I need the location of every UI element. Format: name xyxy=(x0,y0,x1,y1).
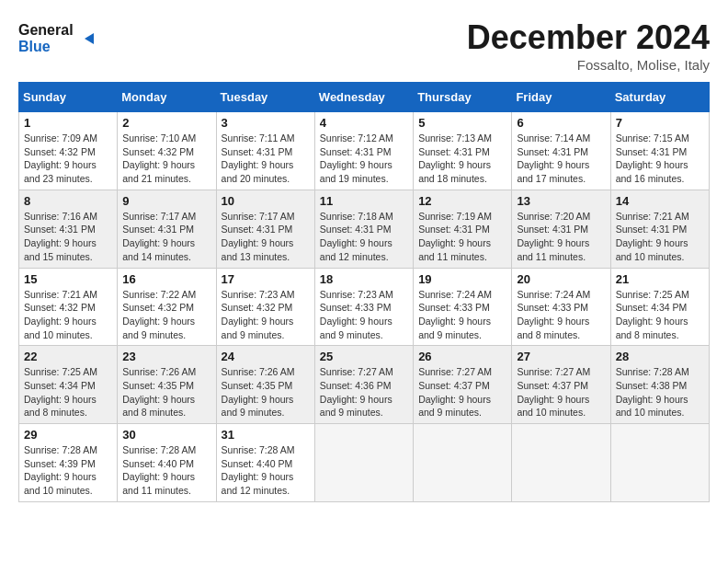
sunset-label: Sunset: 4:40 PM xyxy=(122,458,194,469)
sunset-label: Sunset: 4:31 PM xyxy=(517,224,588,235)
day-number: 25 xyxy=(320,350,408,363)
daylight-label: Daylight: 9 hours and 9 minutes. xyxy=(122,316,195,340)
daylight-label: Daylight: 9 hours and 10 minutes. xyxy=(24,316,97,340)
calendar-day-header-tuesday: Tuesday xyxy=(216,83,314,112)
calendar-cell xyxy=(314,424,413,502)
calendar-cell: 13 Sunrise: 7:20 AM Sunset: 4:31 PM Dayl… xyxy=(512,190,610,268)
calendar-cell xyxy=(414,424,512,502)
sunset-label: Sunset: 4:38 PM xyxy=(616,380,688,391)
sunset-label: Sunset: 4:35 PM xyxy=(122,380,194,391)
day-info: Sunrise: 7:27 AM Sunset: 4:37 PM Dayligh… xyxy=(517,365,605,419)
calendar-cell: 7 Sunrise: 7:15 AM Sunset: 4:31 PM Dayli… xyxy=(610,112,709,190)
calendar-day-header-thursday: Thursday xyxy=(414,83,512,112)
day-info: Sunrise: 7:20 AM Sunset: 4:31 PM Dayligh… xyxy=(517,210,605,264)
day-number: 31 xyxy=(222,428,310,442)
day-number: 14 xyxy=(616,194,704,208)
day-number: 6 xyxy=(517,116,605,130)
day-number: 23 xyxy=(122,350,210,363)
day-number: 5 xyxy=(418,116,506,130)
calendar-cell: 22 Sunrise: 7:25 AM Sunset: 4:34 PM Dayl… xyxy=(19,346,118,424)
calendar-cell: 2 Sunrise: 7:10 AM Sunset: 4:32 PM Dayli… xyxy=(118,112,216,190)
sunrise-label: Sunrise: 7:27 AM xyxy=(418,366,492,377)
calendar-cell: 9 Sunrise: 7:17 AM Sunset: 4:31 PM Dayli… xyxy=(118,190,216,268)
day-info: Sunrise: 7:24 AM Sunset: 4:33 PM Dayligh… xyxy=(418,288,506,342)
daylight-label: Daylight: 9 hours and 11 minutes. xyxy=(122,471,195,496)
calendar-cell: 27 Sunrise: 7:27 AM Sunset: 4:37 PM Dayl… xyxy=(512,346,610,424)
calendar-cell: 3 Sunrise: 7:11 AM Sunset: 4:31 PM Dayli… xyxy=(216,112,314,190)
svg-text:Blue: Blue xyxy=(18,39,51,54)
daylight-label: Daylight: 9 hours and 10 minutes. xyxy=(616,394,688,419)
logo: General Blue xyxy=(18,18,101,55)
sunrise-label: Sunrise: 7:11 AM xyxy=(222,132,295,144)
day-number: 17 xyxy=(222,272,310,286)
calendar-week-row: 15 Sunrise: 7:21 AM Sunset: 4:32 PM Dayl… xyxy=(19,268,710,346)
daylight-label: Daylight: 9 hours and 14 minutes. xyxy=(122,237,195,262)
daylight-label: Daylight: 9 hours and 16 minutes. xyxy=(616,159,688,184)
day-info: Sunrise: 7:11 AM Sunset: 4:31 PM Dayligh… xyxy=(222,132,310,186)
sunset-label: Sunset: 4:31 PM xyxy=(418,224,490,235)
day-number: 15 xyxy=(24,272,112,286)
daylight-label: Daylight: 9 hours and 8 minutes. xyxy=(517,316,589,340)
day-info: Sunrise: 7:25 AM Sunset: 4:34 PM Dayligh… xyxy=(616,288,704,342)
day-number: 4 xyxy=(320,116,408,130)
sunrise-label: Sunrise: 7:13 AM xyxy=(418,132,492,144)
day-number: 20 xyxy=(517,272,605,286)
day-number: 7 xyxy=(616,116,704,130)
day-info: Sunrise: 7:27 AM Sunset: 4:36 PM Dayligh… xyxy=(320,365,408,419)
sunrise-label: Sunrise: 7:12 AM xyxy=(320,132,393,144)
sunset-label: Sunset: 4:31 PM xyxy=(418,146,490,157)
day-number: 27 xyxy=(517,350,605,363)
day-number: 28 xyxy=(616,350,704,363)
sunrise-label: Sunrise: 7:21 AM xyxy=(616,211,689,222)
sunset-label: Sunset: 4:37 PM xyxy=(418,380,490,391)
sunrise-label: Sunrise: 7:26 AM xyxy=(122,366,196,377)
day-number: 11 xyxy=(320,194,408,208)
daylight-label: Daylight: 9 hours and 10 minutes. xyxy=(517,394,589,419)
daylight-label: Daylight: 9 hours and 9 minutes. xyxy=(320,316,392,340)
day-number: 10 xyxy=(222,194,310,208)
calendar-cell: 14 Sunrise: 7:21 AM Sunset: 4:31 PM Dayl… xyxy=(610,190,709,268)
calendar-cell: 1 Sunrise: 7:09 AM Sunset: 4:32 PM Dayli… xyxy=(19,112,118,190)
sunrise-label: Sunrise: 7:14 AM xyxy=(517,132,590,144)
sunset-label: Sunset: 4:33 PM xyxy=(320,302,392,313)
sunset-label: Sunset: 4:34 PM xyxy=(616,302,688,313)
daylight-label: Daylight: 9 hours and 13 minutes. xyxy=(222,237,294,262)
sunset-label: Sunset: 4:34 PM xyxy=(24,380,96,391)
page-header: General Blue December 2024 Fossalto, Mol… xyxy=(18,18,710,73)
daylight-label: Daylight: 9 hours and 9 minutes. xyxy=(222,316,294,340)
daylight-label: Daylight: 9 hours and 20 minutes. xyxy=(222,159,294,184)
sunset-label: Sunset: 4:31 PM xyxy=(320,224,392,235)
svg-text:General: General xyxy=(18,22,74,38)
day-info: Sunrise: 7:17 AM Sunset: 4:31 PM Dayligh… xyxy=(222,210,310,264)
day-number: 19 xyxy=(418,272,506,286)
sunrise-label: Sunrise: 7:09 AM xyxy=(24,132,97,144)
calendar-cell: 10 Sunrise: 7:17 AM Sunset: 4:31 PM Dayl… xyxy=(216,190,314,268)
calendar-cell: 31 Sunrise: 7:28 AM Sunset: 4:40 PM Dayl… xyxy=(216,424,314,502)
calendar-cell: 16 Sunrise: 7:22 AM Sunset: 4:32 PM Dayl… xyxy=(118,268,216,346)
day-number: 3 xyxy=(222,116,310,130)
daylight-label: Daylight: 9 hours and 9 minutes. xyxy=(418,316,491,340)
sunrise-label: Sunrise: 7:23 AM xyxy=(320,289,393,300)
day-info: Sunrise: 7:28 AM Sunset: 4:40 PM Dayligh… xyxy=(122,443,210,498)
sunset-label: Sunset: 4:31 PM xyxy=(616,146,688,157)
day-number: 8 xyxy=(24,194,112,208)
day-number: 24 xyxy=(222,350,310,363)
sunrise-label: Sunrise: 7:19 AM xyxy=(418,211,492,222)
day-info: Sunrise: 7:21 AM Sunset: 4:32 PM Dayligh… xyxy=(24,288,112,342)
daylight-label: Daylight: 9 hours and 10 minutes. xyxy=(24,471,97,496)
calendar-cell: 21 Sunrise: 7:25 AM Sunset: 4:34 PM Dayl… xyxy=(610,268,709,346)
calendar-cell: 5 Sunrise: 7:13 AM Sunset: 4:31 PM Dayli… xyxy=(414,112,512,190)
sunrise-label: Sunrise: 7:27 AM xyxy=(320,366,393,377)
sunset-label: Sunset: 4:32 PM xyxy=(222,302,293,313)
day-info: Sunrise: 7:18 AM Sunset: 4:31 PM Dayligh… xyxy=(320,210,408,264)
calendar-cell xyxy=(512,424,610,502)
calendar-table: SundayMondayTuesdayWednesdayThursdayFrid… xyxy=(18,82,710,502)
calendar-cell: 8 Sunrise: 7:16 AM Sunset: 4:31 PM Dayli… xyxy=(19,190,118,268)
sunset-label: Sunset: 4:32 PM xyxy=(24,302,96,313)
calendar-cell: 19 Sunrise: 7:24 AM Sunset: 4:33 PM Dayl… xyxy=(414,268,512,346)
sunrise-label: Sunrise: 7:15 AM xyxy=(616,132,689,144)
calendar-week-row: 8 Sunrise: 7:16 AM Sunset: 4:31 PM Dayli… xyxy=(19,190,710,268)
daylight-label: Daylight: 9 hours and 8 minutes. xyxy=(616,316,688,340)
calendar-cell: 4 Sunrise: 7:12 AM Sunset: 4:31 PM Dayli… xyxy=(314,112,413,190)
day-info: Sunrise: 7:19 AM Sunset: 4:31 PM Dayligh… xyxy=(418,210,506,264)
